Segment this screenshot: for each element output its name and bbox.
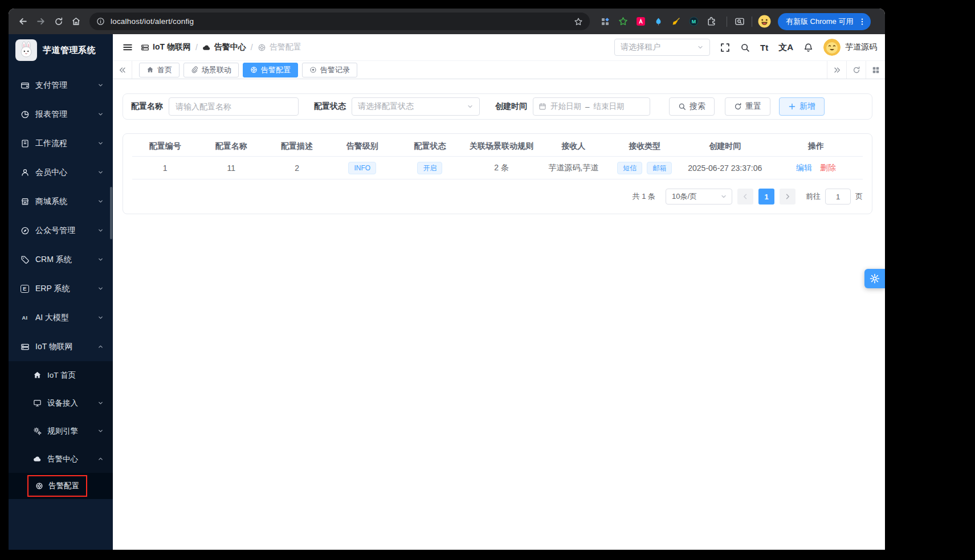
total-count: 共 1 条	[633, 191, 655, 202]
main-panel: IoT 物联网 / 告警中心 / 告警配置	[113, 34, 885, 550]
screen: localhost/iot/alert/config	[0, 0, 975, 560]
home-icon[interactable]	[68, 14, 84, 29]
url-text[interactable]: localhost/iot/alert/config	[111, 17, 568, 26]
sidebar-item-workflow[interactable]: 工作流程	[9, 129, 113, 158]
breadcrumb-item-iot[interactable]: IoT 物联网	[141, 42, 191, 52]
iot-submenu: IoT 首页 设备接入 规则引擎	[9, 361, 113, 499]
column-header: 操作	[769, 141, 863, 152]
page-size-select[interactable]: 10条/页	[666, 189, 732, 205]
cell-alert-level: INFO	[329, 162, 395, 174]
rabbit-logo	[15, 39, 37, 61]
collapse-menu-icon[interactable]	[123, 42, 133, 52]
chevron-down-icon	[697, 44, 704, 51]
sidebar-item-payment[interactable]: 支付管理	[9, 71, 113, 100]
extensions-puzzle-icon[interactable]	[706, 17, 716, 27]
tab-alert-record[interactable]: 告警记录	[302, 63, 357, 77]
reset-button[interactable]: 重置	[725, 97, 770, 116]
username: 芋道源码	[845, 42, 877, 52]
sidebar-item-device-access[interactable]: 设备接入	[9, 389, 113, 417]
current-page-button[interactable]: 1	[758, 189, 774, 205]
font-size-icon[interactable]: Tt	[760, 43, 768, 52]
user-menu[interactable]: 芋道源码	[823, 39, 877, 56]
site-info-icon[interactable]	[96, 17, 105, 26]
date-range-picker[interactable]: 开始日期 – 结束日期	[533, 97, 650, 116]
extension-tiles-icon[interactable]	[600, 17, 610, 27]
edit-link[interactable]: 编辑	[796, 163, 812, 173]
tenant-placeholder: 请选择租户	[621, 42, 693, 52]
prev-page-button[interactable]	[737, 189, 753, 205]
app-logo-row[interactable]: 芋道管理系统	[9, 34, 113, 66]
tab-home[interactable]: 首页	[139, 63, 180, 77]
reload-icon[interactable]	[51, 14, 66, 29]
chevron-down-icon	[97, 169, 104, 175]
delete-link[interactable]: 删除	[820, 163, 836, 173]
extension-translate-icon[interactable]	[635, 17, 646, 27]
sidebar-item-label: 设备接入	[47, 398, 92, 408]
layout-grid-icon[interactable]	[866, 61, 885, 79]
tab-scene-linkage[interactable]: 场景联动	[183, 63, 239, 77]
tabs-scroll-right-icon[interactable]	[827, 61, 846, 79]
chrome-update-label: 有新版 Chrome 可用	[786, 17, 853, 27]
tab-alert-config[interactable]: 告警配置	[243, 63, 298, 77]
chrome-update-button[interactable]: 有新版 Chrome 可用	[778, 13, 871, 30]
pie-chart-icon	[20, 110, 30, 119]
sidebar-item-label: 支付管理	[35, 80, 92, 91]
sidebar-item-rule-engine[interactable]: 规则引擎	[9, 417, 113, 445]
sidebar-item-alert-config-active[interactable]: 告警配置	[9, 473, 113, 499]
sidebar-item-label: CRM 系统	[35, 255, 92, 265]
screen-search-icon[interactable]	[732, 14, 747, 29]
config-status-placeholder: 请选择配置状态	[358, 101, 463, 112]
ai-letters-icon: AI	[20, 315, 30, 321]
profile-avatar-icon[interactable]	[757, 14, 772, 29]
tabs-bar: 首页 场景联动 告警配置 告警记录	[113, 61, 885, 79]
address-bar[interactable]: localhost/iot/alert/config	[89, 13, 590, 30]
goto-page-input[interactable]	[825, 189, 851, 205]
extension-gem-icon[interactable]	[653, 17, 663, 27]
sidebar-item-alert-center[interactable]: 告警中心	[9, 445, 113, 473]
config-name-input[interactable]	[169, 97, 299, 116]
sidebar-item-report[interactable]: 报表管理	[9, 100, 113, 129]
sidebar-item-member[interactable]: 会员中心	[9, 158, 113, 187]
extension-star-icon[interactable]	[618, 17, 628, 27]
tabs-scroll-left-icon[interactable]	[113, 61, 132, 79]
tenant-select[interactable]: 请选择租户	[614, 39, 710, 56]
add-button[interactable]: 新增	[779, 97, 825, 116]
column-header: 创建时间	[681, 141, 769, 152]
breadcrumb-label: 告警中心	[214, 42, 246, 52]
extension-m-badge-icon[interactable]: M	[688, 17, 699, 27]
sidebar-item-iot-home[interactable]: IoT 首页	[9, 361, 113, 389]
sidebar-item-official-account[interactable]: 公众号管理	[9, 216, 113, 245]
sidebar-item-label: 告警中心	[47, 454, 92, 464]
forward-icon[interactable]	[33, 14, 48, 29]
breadcrumb-item-alert-config: 告警配置	[258, 42, 301, 52]
page-header: IoT 物联网 / 告警中心 / 告警配置	[113, 34, 885, 61]
next-page-button[interactable]	[780, 189, 795, 205]
cell-create-time: 2025-06-27 23:37:06	[681, 163, 769, 173]
sidebar-item-erp[interactable]: E ERP 系统	[9, 274, 113, 303]
sidebar-item-iot[interactable]: IoT 物联网	[9, 332, 113, 361]
config-status-select[interactable]: 请选择配置状态	[352, 97, 480, 116]
sidebar-item-ai[interactable]: AI AI 大模型	[9, 303, 113, 332]
calendar-icon	[539, 103, 546, 111]
column-header: 配置描述	[264, 141, 329, 152]
back-icon[interactable]	[15, 14, 31, 29]
extension-broom-icon[interactable]	[671, 17, 681, 27]
user-icon	[20, 168, 30, 177]
locale-icon[interactable]: 文A	[778, 42, 793, 53]
chevron-down-icon	[97, 314, 104, 321]
chevron-up-icon	[97, 456, 104, 462]
theme-settings-button[interactable]	[864, 269, 885, 288]
sidebar-item-mall[interactable]: 商城系统	[9, 187, 113, 216]
sidebar-scrollbar[interactable]	[110, 187, 112, 239]
bell-icon[interactable]	[803, 43, 813, 52]
breadcrumb-separator: /	[195, 43, 198, 52]
fullscreen-icon[interactable]	[720, 43, 730, 52]
search-icon[interactable]	[740, 43, 750, 52]
sidebar-item-label: ERP 系统	[35, 284, 92, 294]
bookmark-star-icon[interactable]	[574, 17, 583, 26]
cell-receive-types: 短信 邮箱	[609, 162, 681, 174]
search-button[interactable]: 搜索	[669, 97, 715, 116]
refresh-tab-icon[interactable]	[846, 61, 866, 79]
breadcrumb-item-alert-center[interactable]: 告警中心	[202, 42, 246, 52]
sidebar-item-crm[interactable]: CRM 系统	[9, 245, 113, 274]
